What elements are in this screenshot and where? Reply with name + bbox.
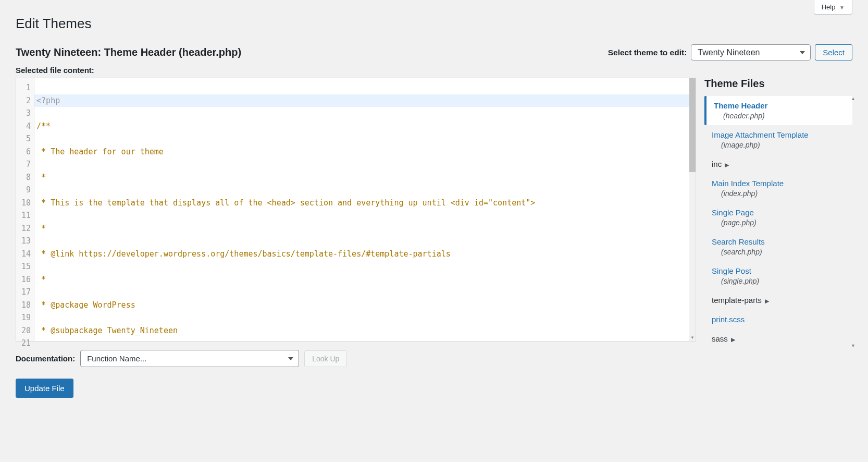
- file-list: Theme Header(header.php)Image Attachment…: [704, 96, 852, 348]
- file-item[interactable]: Theme Header(header.php): [704, 96, 852, 125]
- help-button[interactable]: Help ▼: [814, 0, 852, 15]
- scroll-thumb[interactable]: [689, 78, 696, 172]
- file-folder[interactable]: template-parts▶: [704, 290, 852, 310]
- editor-scrollbar[interactable]: ▲ ▼: [689, 78, 696, 341]
- file-item[interactable]: Single Page(page.php): [704, 203, 852, 232]
- file-name: (index.php): [721, 189, 845, 198]
- file-name: (page.php): [721, 218, 845, 227]
- file-item[interactable]: Image Attachment Template(image.php): [704, 125, 852, 154]
- files-scroll-up-icon[interactable]: ▲: [851, 96, 855, 101]
- lookup-button[interactable]: Look Up: [304, 350, 347, 367]
- file-name: (search.php): [721, 248, 845, 256]
- page-title: Edit Themes: [16, 0, 852, 32]
- chevron-right-icon: ▶: [731, 336, 735, 343]
- file-folder[interactable]: sass▶: [704, 329, 852, 348]
- line-gutter: 123456789101112131415161718192021: [16, 78, 34, 341]
- file-item[interactable]: print.scss: [704, 310, 852, 329]
- theme-select-group: Select theme to edit: Twenty Nineteen Se…: [608, 44, 852, 60]
- file-name: (image.php): [721, 141, 845, 149]
- code-area[interactable]: <?php /** * The header for our theme * *…: [34, 78, 689, 341]
- file-name: (single.php): [721, 277, 845, 285]
- select-theme-label: Select theme to edit:: [608, 48, 687, 57]
- file-item[interactable]: Main Index Template(index.php): [704, 174, 852, 203]
- theme-select[interactable]: Twenty Nineteen: [691, 44, 811, 60]
- chevron-down-icon: ▼: [839, 5, 845, 10]
- documentation-label: Documentation:: [16, 354, 75, 363]
- select-button[interactable]: Select: [815, 44, 852, 60]
- update-file-button[interactable]: Update File: [16, 379, 73, 398]
- chevron-right-icon: ▶: [765, 298, 769, 305]
- file-folder[interactable]: inc▶: [704, 154, 852, 174]
- file-item[interactable]: Single Post(single.php): [704, 261, 852, 290]
- chevron-right-icon: ▶: [725, 162, 729, 168]
- code-editor[interactable]: 123456789101112131415161718192021 <?php …: [16, 78, 696, 342]
- file-heading: Twenty Nineteen: Theme Header (header.ph…: [16, 46, 241, 58]
- scroll-down-icon[interactable]: ▼: [689, 335, 696, 341]
- file-item[interactable]: Search Results(search.php): [704, 232, 852, 261]
- files-scroll-down-icon[interactable]: ▼: [851, 343, 855, 348]
- function-select[interactable]: Function Name...: [80, 350, 299, 367]
- theme-files-heading: Theme Files: [704, 78, 852, 90]
- help-label: Help: [822, 3, 836, 11]
- file-name: (header.php): [723, 112, 845, 120]
- selected-file-label: Selected file content:: [16, 66, 852, 75]
